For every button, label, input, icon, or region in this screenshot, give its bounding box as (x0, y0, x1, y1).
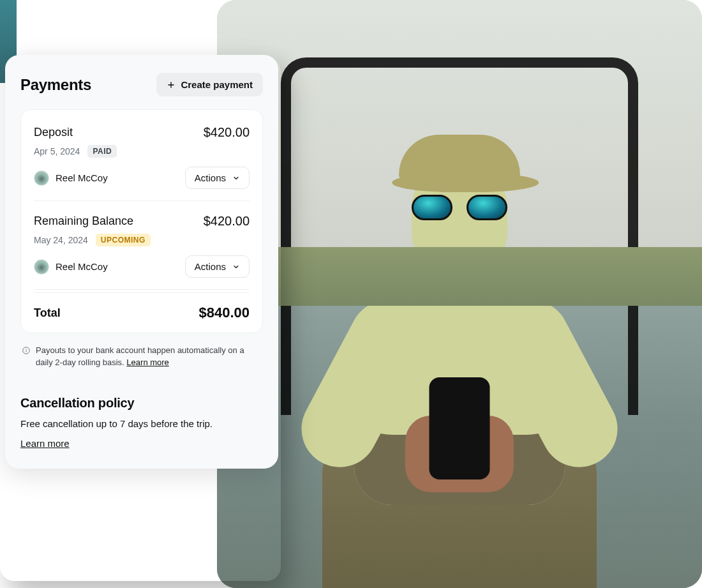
payment-title: Deposit (34, 126, 73, 139)
payout-learn-more-link[interactable]: Learn more (126, 358, 168, 367)
total-label: Total (34, 306, 61, 320)
payments-card: Payments Create payment Deposit $420.00 … (5, 55, 278, 469)
payment-amount: $420.00 (204, 125, 250, 140)
payout-note: Payouts to your bank account happen auto… (22, 345, 262, 369)
payment-date: May 24, 2024 (34, 235, 88, 245)
create-payment-button[interactable]: Create payment (156, 73, 263, 96)
payment-date: Apr 5, 2024 (34, 146, 80, 156)
avatar (34, 259, 49, 275)
cancellation-section: Cancellation policy Free cancellation up… (20, 396, 263, 449)
payment-party: Reel McCoy (34, 170, 108, 186)
payment-title: Remaining Balance (34, 215, 133, 228)
cancellation-learn-more-link[interactable]: Learn more (20, 438, 70, 449)
total-amount: $840.00 (198, 305, 250, 321)
payment-entry: Deposit $420.00 Apr 5, 2024 PAID Reel Mc… (34, 112, 250, 201)
chevron-down-icon (232, 263, 240, 271)
payment-actions-button[interactable]: Actions (185, 255, 250, 278)
total-row: Total $840.00 (34, 292, 250, 321)
actions-label: Actions (195, 172, 226, 183)
cancellation-body: Free cancellation up to 7 days before th… (20, 418, 263, 429)
info-icon (22, 346, 31, 355)
svg-rect-2 (26, 350, 27, 352)
svg-point-1 (26, 349, 26, 349)
payment-party: Reel McCoy (34, 259, 108, 275)
avatar (34, 170, 49, 186)
payment-amount: $420.00 (204, 214, 250, 229)
party-name: Reel McCoy (56, 172, 108, 183)
payments-heading: Payments (20, 76, 91, 94)
payments-panel: Deposit $420.00 Apr 5, 2024 PAID Reel Mc… (20, 109, 263, 333)
background-photo (217, 0, 702, 588)
payment-actions-button[interactable]: Actions (185, 167, 250, 189)
cancellation-heading: Cancellation policy (20, 396, 263, 411)
actions-label: Actions (195, 261, 226, 272)
status-badge-paid: PAID (87, 145, 117, 158)
plus-icon (167, 80, 176, 89)
chevron-down-icon (232, 174, 240, 182)
create-payment-label: Create payment (181, 79, 253, 90)
payment-entry: Remaining Balance $420.00 May 24, 2024 U… (34, 201, 250, 290)
status-badge-upcoming: UPCOMING (96, 234, 151, 246)
party-name: Reel McCoy (56, 261, 108, 272)
